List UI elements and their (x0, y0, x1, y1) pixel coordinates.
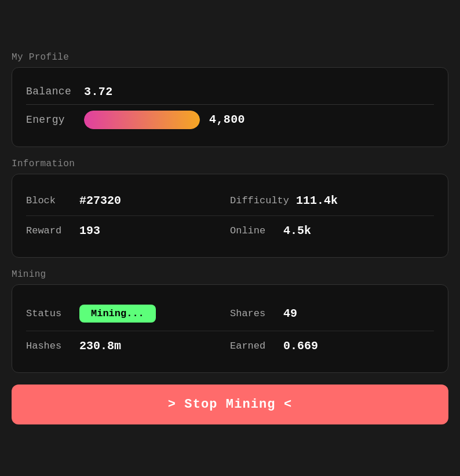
difficulty-label: Difficulty (230, 195, 289, 206)
profile-section-label: My Profile (12, 52, 448, 63)
energy-label: Energy (26, 114, 84, 126)
energy-row: Energy 4,800 (26, 105, 434, 135)
block-cell: Block #27320 (26, 186, 230, 215)
shares-value: 49 (283, 307, 297, 320)
mining-section: Mining Status Mining... Shares 49 Hashes… (12, 269, 448, 373)
mining-grid: Status Mining... Shares 49 Hashes 230.8m… (26, 296, 434, 361)
reward-label: Reward (26, 225, 72, 236)
app-container: My Profile Balance 3.72 Energy 4,800 Inf… (12, 52, 448, 424)
energy-bar (84, 111, 200, 129)
energy-bar-container (84, 111, 200, 129)
online-value: 4.5k (283, 224, 311, 237)
status-label: Status (26, 308, 72, 319)
information-section-label: Information (12, 159, 448, 169)
energy-value: 4,800 (209, 113, 245, 126)
status-cell: Status Mining... (26, 296, 230, 331)
mining-card: Status Mining... Shares 49 Hashes 230.8m… (12, 284, 448, 373)
hashes-value: 230.8m (79, 339, 121, 353)
mining-section-label: Mining (12, 269, 448, 280)
hashes-cell: Hashes 230.8m (26, 331, 230, 361)
balance-label: Balance (26, 86, 84, 97)
info-grid: Block #27320 Difficulty 111.4k Reward 19… (26, 186, 434, 246)
information-card: Block #27320 Difficulty 111.4k Reward 19… (12, 174, 448, 258)
balance-row: Balance 3.72 (26, 79, 434, 104)
reward-value: 193 (79, 224, 100, 237)
profile-card: Balance 3.72 Energy 4,800 (12, 67, 448, 147)
difficulty-cell: Difficulty 111.4k (230, 186, 434, 215)
information-section: Information Block #27320 Difficulty 111.… (12, 159, 448, 258)
block-label: Block (26, 195, 72, 206)
earned-label: Earned (230, 340, 276, 351)
balance-value: 3.72 (84, 85, 113, 98)
hashes-label: Hashes (26, 340, 72, 351)
difficulty-value: 111.4k (296, 194, 338, 207)
block-value: #27320 (79, 194, 121, 207)
earned-value: 0.669 (283, 339, 318, 353)
profile-section: My Profile Balance 3.72 Energy 4,800 (12, 52, 448, 147)
stop-mining-button[interactable]: > Stop Mining < (12, 385, 448, 424)
status-badge: Mining... (79, 305, 156, 323)
shares-cell: Shares 49 (230, 296, 434, 331)
online-label: Online (230, 225, 276, 236)
online-cell: Online 4.5k (230, 215, 434, 246)
shares-label: Shares (230, 308, 276, 319)
reward-cell: Reward 193 (26, 215, 230, 246)
earned-cell: Earned 0.669 (230, 331, 434, 361)
